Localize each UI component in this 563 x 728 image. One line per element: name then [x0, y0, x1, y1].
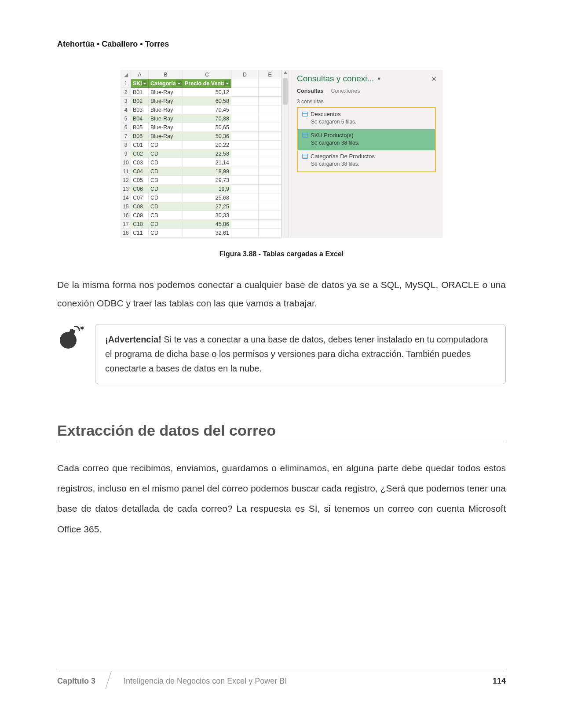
- cell-sku[interactable]: B04: [131, 114, 149, 123]
- row-number[interactable]: 7: [121, 132, 131, 141]
- body-paragraph-2: Cada correo que recibimos, enviamos, gua…: [57, 458, 506, 539]
- cell-price[interactable]: 27,25: [183, 202, 231, 211]
- cell-price[interactable]: 50,12: [183, 88, 231, 97]
- cell-category[interactable]: CD: [149, 185, 183, 193]
- row-number[interactable]: 11: [121, 167, 131, 176]
- query-count: 3 consultas: [297, 98, 436, 105]
- tab-queries[interactable]: Consultas: [297, 88, 327, 94]
- cell-price[interactable]: 18,99: [183, 167, 231, 176]
- cell-category[interactable]: Blue-Ray: [149, 132, 183, 141]
- row-number[interactable]: 8: [121, 141, 131, 149]
- cell-category[interactable]: Blue-Ray: [149, 88, 183, 97]
- cell-sku[interactable]: C02: [131, 149, 149, 158]
- select-all-triangle[interactable]: ◢: [121, 70, 131, 79]
- close-icon[interactable]: ✕: [431, 75, 437, 83]
- cell-category[interactable]: Blue-Ray: [149, 97, 183, 106]
- cell-category[interactable]: Blue-Ray: [149, 114, 183, 123]
- table-row: C01CD20,22: [131, 141, 282, 149]
- query-item[interactable]: SKU Producto(s)Se cargaron 38 filas.: [298, 129, 435, 150]
- query-item[interactable]: Categorías De ProductosSe cargaron 38 fi…: [298, 150, 435, 171]
- vertical-scrollbar[interactable]: [282, 70, 289, 237]
- cell-sku[interactable]: C01: [131, 141, 149, 149]
- filter-dropdown-icon[interactable]: [176, 80, 182, 86]
- chevron-down-icon[interactable]: ▼: [377, 76, 381, 81]
- cell-category[interactable]: CD: [149, 193, 183, 202]
- cell-price[interactable]: 29,73: [183, 176, 231, 185]
- cell-category[interactable]: CD: [149, 202, 183, 211]
- cell-sku[interactable]: B01: [131, 88, 149, 97]
- row-number[interactable]: 17: [121, 220, 131, 229]
- cell-category[interactable]: CD: [149, 167, 183, 176]
- cell-price[interactable]: 21,14: [183, 158, 231, 167]
- cell-price[interactable]: 50,65: [183, 123, 231, 132]
- filter-dropdown-icon[interactable]: [142, 80, 147, 86]
- cell-sku[interactable]: C11: [131, 229, 149, 237]
- row-number[interactable]: 6: [121, 123, 131, 132]
- query-item[interactable]: DescuentosSe cargaron 5 filas.: [298, 108, 435, 129]
- row-number[interactable]: 12: [121, 176, 131, 185]
- pane-tabs: ConsultasConexiones: [297, 88, 436, 94]
- cell-sku[interactable]: C09: [131, 211, 149, 220]
- col-header-b[interactable]: B: [149, 70, 183, 79]
- tab-connections[interactable]: Conexiones: [327, 88, 360, 94]
- scroll-up-icon[interactable]: [284, 71, 287, 74]
- col-header-e[interactable]: E: [259, 70, 282, 79]
- cell-category[interactable]: Blue-Ray: [149, 123, 183, 132]
- row-number[interactable]: 15: [121, 202, 131, 211]
- row-number[interactable]: 2: [121, 88, 131, 97]
- authors-line: Atehortúa • Caballero • Torres: [57, 40, 506, 49]
- col-header-a[interactable]: A: [131, 70, 149, 79]
- cell-sku[interactable]: C10: [131, 220, 149, 229]
- cell-sku[interactable]: C04: [131, 167, 149, 176]
- cell-category[interactable]: CD: [149, 211, 183, 220]
- cell-sku[interactable]: B05: [131, 123, 149, 132]
- row-number[interactable]: 5: [121, 114, 131, 123]
- cell-sku[interactable]: C08: [131, 202, 149, 211]
- cell-sku[interactable]: C07: [131, 193, 149, 202]
- cell-price[interactable]: 22,58: [183, 149, 231, 158]
- cell-category[interactable]: CD: [149, 141, 183, 149]
- row-number[interactable]: 10: [121, 158, 131, 167]
- cell-price[interactable]: 20,22: [183, 141, 231, 149]
- cell-category[interactable]: CD: [149, 176, 183, 185]
- row-number[interactable]: 14: [121, 193, 131, 202]
- filter-dropdown-icon[interactable]: [224, 80, 230, 86]
- cell-sku[interactable]: B06: [131, 132, 149, 141]
- cell-price[interactable]: 60,58: [183, 97, 231, 106]
- header-sku[interactable]: SKU: [131, 79, 149, 88]
- cell-price[interactable]: 25,68: [183, 193, 231, 202]
- row-number[interactable]: 18: [121, 229, 131, 237]
- row-number[interactable]: 16: [121, 211, 131, 220]
- row-number[interactable]: 3: [121, 97, 131, 106]
- header-price[interactable]: Precio de Venta: [183, 79, 231, 88]
- cell-sku[interactable]: B02: [131, 97, 149, 106]
- cell-sku[interactable]: C05: [131, 176, 149, 185]
- cell-category[interactable]: CD: [149, 229, 183, 237]
- cell-category[interactable]: CD: [149, 158, 183, 167]
- cell-price[interactable]: 19,9: [183, 185, 231, 193]
- column-headers[interactable]: A B C D E: [131, 70, 282, 79]
- cell-category[interactable]: CD: [149, 149, 183, 158]
- cell-price[interactable]: 70,45: [183, 106, 231, 114]
- row-number[interactable]: 9: [121, 149, 131, 158]
- col-header-d[interactable]: D: [231, 70, 259, 79]
- cell-category[interactable]: Blue-Ray: [149, 106, 183, 114]
- cell-sku[interactable]: B03: [131, 106, 149, 114]
- cell-sku[interactable]: C06: [131, 185, 149, 193]
- footer-title: Inteligencia de Negocios con Excel y Pow…: [109, 677, 493, 686]
- header-cat[interactable]: Categoría: [149, 79, 183, 88]
- cell-price[interactable]: 50,36: [183, 132, 231, 141]
- cell-category[interactable]: CD: [149, 220, 183, 229]
- scroll-thumb[interactable]: [283, 78, 288, 105]
- cell-price[interactable]: 32,61: [183, 229, 231, 237]
- cell-price[interactable]: 30,33: [183, 211, 231, 220]
- query-name: Categorías De Productos: [311, 153, 375, 160]
- cell-sku[interactable]: C03: [131, 158, 149, 167]
- col-header-c[interactable]: C: [183, 70, 231, 79]
- bomb-icon: ✶: [57, 326, 84, 349]
- cell-price[interactable]: 45,86: [183, 220, 231, 229]
- row-number[interactable]: 4: [121, 106, 131, 114]
- row-number[interactable]: 13: [121, 185, 131, 193]
- cell-price[interactable]: 70,88: [183, 114, 231, 123]
- table-row: C04CD18,99: [131, 167, 282, 176]
